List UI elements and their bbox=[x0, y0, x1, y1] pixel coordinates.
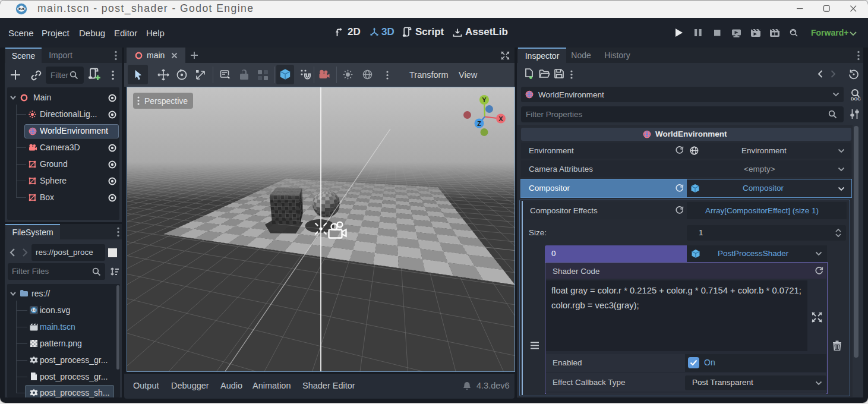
svg-text:Perspective: Perspective bbox=[144, 96, 188, 106]
svg-text:Z: Z bbox=[477, 120, 481, 127]
svg-text:Y: Y bbox=[482, 96, 487, 103]
svg-text:DOC: DOC bbox=[851, 96, 861, 101]
svg-text:X: X bbox=[498, 115, 503, 122]
